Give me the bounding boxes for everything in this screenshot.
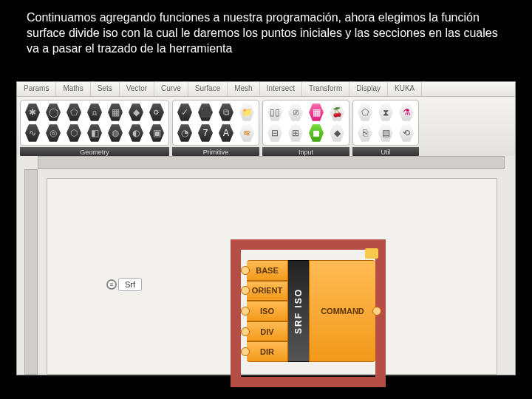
util-tool-2-icon[interactable]: ⧗ <box>376 103 395 122</box>
ribbon: ✱ ◯ ⬠ ⩍ ▦ ◆ ⭘ ∿ ◎ ⬡ ◧ ◍ ◐ ▣ Ge <box>17 97 515 161</box>
geometry-tool-8-icon[interactable]: ∿ <box>23 123 42 143</box>
tab-curve[interactable]: Curve <box>154 82 188 96</box>
geometry-tool-10-icon[interactable]: ⬡ <box>64 123 83 143</box>
tab-surface[interactable]: Surface <box>188 82 228 96</box>
tab-mesh[interactable]: Mesh <box>228 82 259 96</box>
input-iso[interactable]: ISO <box>247 301 288 321</box>
geometry-tool-14-icon[interactable]: ▣ <box>147 123 166 143</box>
util-tool-1-icon[interactable]: ⬠ <box>355 103 375 122</box>
ruler-horizontal <box>38 156 505 169</box>
component-title[interactable]: SRF ISO <box>288 260 309 362</box>
node-grip-icon[interactable]: ≡ <box>106 279 117 290</box>
group-geometry: ✱ ◯ ⬠ ⩍ ▦ ◆ ⭘ ∿ ◎ ⬡ ◧ ◍ ◐ ▣ Ge <box>20 100 169 157</box>
primitive-tool-6-icon[interactable]: 7 <box>196 123 215 143</box>
util-tool-3-icon[interactable]: ⚗ <box>397 103 416 122</box>
geometry-tool-2-icon[interactable]: ◯ <box>44 103 63 122</box>
input-base[interactable]: BASE <box>247 260 288 281</box>
group-util: ⬠ ⧗ ⚗ ⎘ ▤ ⟲ Util <box>352 100 419 157</box>
tab-kuka[interactable]: KUKA <box>388 82 422 96</box>
util-tool-4-icon[interactable]: ⎘ <box>355 123 375 143</box>
geometry-tool-7-icon[interactable]: ⭘ <box>147 103 166 122</box>
canvas-sheet[interactable]: ≡ Srf BASE ORIENT ISO DIV DIR SRF ISO CO… <box>47 178 497 375</box>
primitive-tool-5-icon[interactable]: ◔ <box>175 123 194 143</box>
srf-iso-component[interactable]: BASE ORIENT ISO DIV DIR SRF ISO COMMAND <box>247 260 375 362</box>
primitive-tool-2-icon[interactable]: ⬛ <box>196 103 215 122</box>
grasshopper-window: Params Maths Sets Vector Curve Surface M… <box>16 81 516 375</box>
geometry-tool-11-icon[interactable]: ◧ <box>85 123 104 143</box>
geometry-tool-12-icon[interactable]: ◍ <box>106 123 125 143</box>
group-primitive: ✓ ⬛ ⧉ 📁 ◔ 7 A ≋ Primitive <box>172 100 259 157</box>
tab-vector[interactable]: Vector <box>120 82 154 96</box>
util-tool-6-icon[interactable]: ⟲ <box>397 123 416 143</box>
geometry-tool-3-icon[interactable]: ⬠ <box>64 103 83 122</box>
tab-display[interactable]: Display <box>349 82 388 96</box>
geometry-tool-5-icon[interactable]: ▦ <box>106 103 125 122</box>
input-div[interactable]: DIV <box>247 321 288 342</box>
primitive-tool-3-icon[interactable]: ⧉ <box>216 103 236 122</box>
tab-bar: Params Maths Sets Vector Curve Surface M… <box>17 82 515 97</box>
primitive-tool-4-icon[interactable]: 📁 <box>237 103 256 122</box>
geometry-tool-9-icon[interactable]: ◎ <box>44 123 63 143</box>
group-input: ▯▯ ⎚ ▦ 🍒 ⊟ ⊞ ◼ ◆ Input <box>262 100 349 157</box>
slide-caption: Continuamos agregando funciones a nuestr… <box>0 0 532 62</box>
tab-sets[interactable]: Sets <box>91 82 120 96</box>
component-note-icon[interactable] <box>365 248 378 259</box>
ruler-vertical <box>24 169 38 375</box>
input-tool-1-icon[interactable]: ▯▯ <box>265 103 284 122</box>
input-tool-7-icon[interactable]: ◼ <box>307 123 326 143</box>
geometry-tool-6-icon[interactable]: ◆ <box>126 103 146 122</box>
geometry-tool-1-icon[interactable]: ✱ <box>23 103 42 122</box>
input-orient[interactable]: ORIENT <box>247 281 288 301</box>
input-tool-2-icon[interactable]: ⎚ <box>286 103 305 122</box>
tab-maths[interactable]: Maths <box>56 82 90 96</box>
output-command[interactable]: COMMAND <box>309 260 375 362</box>
canvas[interactable]: ≡ Srf BASE ORIENT ISO DIV DIR SRF ISO CO… <box>17 156 515 375</box>
tab-transform[interactable]: Transform <box>302 82 349 96</box>
input-dir[interactable]: DIR <box>247 341 288 362</box>
srf-node-label: Srf <box>118 278 142 291</box>
geometry-tool-4-icon[interactable]: ⩍ <box>85 103 104 122</box>
component-inputs: BASE ORIENT ISO DIV DIR <box>247 260 288 362</box>
input-tool-6-icon[interactable]: ⊞ <box>286 123 305 143</box>
tab-intersect[interactable]: Intersect <box>260 82 302 96</box>
tab-params[interactable]: Params <box>17 82 56 96</box>
primitive-tool-7-icon[interactable]: A <box>216 123 236 143</box>
input-tool-8-icon[interactable]: ◆ <box>327 123 347 143</box>
input-tool-5-icon[interactable]: ⊟ <box>265 123 284 143</box>
srf-param-node[interactable]: ≡ Srf <box>106 275 142 294</box>
primitive-tool-1-icon[interactable]: ✓ <box>175 103 194 122</box>
input-tool-4-icon[interactable]: 🍒 <box>327 103 347 122</box>
geometry-tool-13-icon[interactable]: ◐ <box>126 123 146 143</box>
input-tool-3-icon[interactable]: ▦ <box>307 103 326 122</box>
primitive-tool-8-icon[interactable]: ≋ <box>237 123 256 143</box>
util-tool-5-icon[interactable]: ▤ <box>376 123 395 143</box>
